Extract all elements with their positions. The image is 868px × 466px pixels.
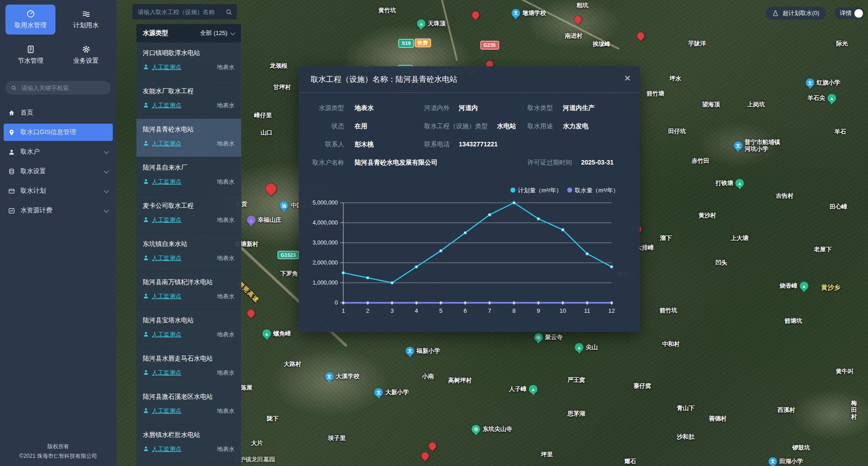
app-water-saving-management[interactable]: 节水管理 — [5, 40, 55, 70]
poi-pin-icon[interactable]: 文 — [806, 79, 814, 87]
monitor-type-link[interactable]: 人工监测点 — [152, 407, 181, 415]
list-item[interactable]: 友能水厂取水工程人工监测点地表水 — [136, 80, 241, 119]
monitor-type-link[interactable]: 人工监测点 — [152, 369, 181, 377]
sidebar-item-gis-info[interactable]: 取水口GIS信息管理 — [4, 124, 113, 141]
station-search-input[interactable] — [137, 8, 223, 16]
poi-pin-icon[interactable]: 文 — [512, 9, 520, 17]
map-pin-red[interactable] — [246, 308, 256, 319]
monitor-type-link[interactable]: 人工监测点 — [152, 216, 181, 224]
map-poi[interactable]: ▲人子嶂 — [509, 385, 537, 393]
station-name: 河口镇唱歌潭水电站 — [143, 49, 235, 57]
map-label: 上大塘 — [731, 235, 748, 241]
list-item[interactable]: 麦卡公司取水工程人工监测点地表水 — [136, 195, 241, 233]
water-source-type: 地表水 — [217, 101, 235, 110]
map-pin-red[interactable] — [572, 14, 583, 25]
detail-field: 取水类型河道内生产 — [527, 104, 595, 112]
app-label: 计划用水 — [73, 21, 99, 30]
svg-text:1,000,000: 1,000,000 — [312, 280, 338, 286]
app-business-settings[interactable]: 业务设置 — [61, 40, 111, 70]
poi-pin-icon[interactable]: 油 — [280, 201, 288, 210]
water-source-type: 地表水 — [217, 63, 235, 71]
map-poi[interactable]: ▲天珠顶 — [417, 20, 446, 28]
close-icon[interactable]: × — [624, 73, 631, 84]
map-label: 思茅湖 — [567, 411, 585, 417]
list-item[interactable]: 陆河县自来水厂人工监测点地表水 — [136, 157, 241, 195]
map-label: 芋陂洋 — [688, 40, 706, 47]
over-plan-intake-button[interactable]: 超计划取水(0) — [766, 7, 826, 20]
map-pin-red[interactable] — [470, 10, 481, 20]
poi-pin-icon[interactable]: ⌂ — [247, 215, 256, 224]
app-water-intake-management[interactable]: 取用水管理 — [5, 5, 55, 35]
sidebar-item-intake-settings[interactable]: 取水设置 — [4, 163, 113, 180]
map-pin-red[interactable] — [420, 450, 431, 461]
poi-pin-icon[interactable]: ▲ — [417, 20, 426, 28]
map-poi[interactable]: ▲尖山 — [575, 343, 597, 351]
map-poi[interactable]: 寺聚云寺 — [534, 333, 563, 342]
poi-pin-icon[interactable]: 文 — [325, 372, 334, 381]
poi-pin-icon[interactable]: 文 — [734, 141, 743, 150]
poi-pin-icon[interactable]: 文 — [374, 388, 383, 397]
filter-dropdown[interactable]: 全部 (125) — [200, 29, 235, 37]
svg-text:5: 5 — [439, 307, 442, 314]
map-poi[interactable]: 文田湖小学 — [768, 457, 803, 466]
poi-pin-icon[interactable]: ▲ — [529, 385, 537, 393]
list-item[interactable]: 水唇镇水栏肚水电站人工监测点地表水 — [136, 424, 241, 462]
app-planned-water-use[interactable]: 计划用水 — [61, 5, 111, 35]
list-item[interactable]: 陆河县激石溪老区水电站人工监测点地表水 — [136, 386, 241, 424]
map-label: 青山下 — [677, 405, 695, 411]
map-poi[interactable]: 文红旗小学 — [806, 79, 840, 87]
poi-pin-icon[interactable]: 文 — [768, 457, 777, 466]
monitor-type-link[interactable]: 人工监测点 — [152, 292, 181, 301]
poi-pin-icon[interactable]: ▲ — [735, 179, 744, 187]
poi-pin-icon[interactable]: 寺 — [534, 333, 543, 342]
sidebar-search-input[interactable] — [20, 84, 105, 92]
map-poi[interactable]: ⌂幸福山庄 — [247, 215, 281, 224]
map-poi[interactable]: 文普宁市船埔镇 河坑小学 — [734, 139, 780, 153]
poi-pin-icon[interactable]: ▲ — [800, 282, 808, 291]
sidebar-item-home[interactable]: 首页 — [4, 104, 113, 121]
monitor-type-link[interactable]: 人工监测点 — [152, 63, 181, 71]
map-pin-red[interactable] — [635, 30, 646, 41]
sidebar-item-intake-plan[interactable]: 取水计划 — [4, 182, 113, 200]
list-item[interactable]: 陆河县水唇走马石水电站人工监测点地表水 — [136, 348, 241, 386]
list-item[interactable]: 陆河县宝塔水电站人工监测点地表水 — [136, 310, 241, 348]
poi-pin-icon[interactable]: 寺 — [472, 425, 480, 434]
toggle-knob[interactable] — [854, 9, 863, 18]
map-label: 羊石 — [834, 129, 846, 135]
list-item[interactable]: 河口镇唱歌潭水电站人工监测点地表水 — [136, 42, 241, 80]
map-poi[interactable]: ▲羊石尖 — [808, 94, 836, 103]
map-poi[interactable]: 文大溪学校 — [325, 372, 360, 381]
monitor-type-link[interactable]: 人工监测点 — [152, 254, 181, 262]
detail-field: 取水用途水力发电 — [527, 122, 588, 130]
map-poi[interactable]: 寺东坑尖山寺 — [472, 425, 512, 434]
poi-pin-icon[interactable]: ▲ — [262, 329, 271, 338]
sidebar-item-water-users[interactable]: 取水户 — [4, 143, 113, 160]
map-poi[interactable]: ▲烧香嶂 — [780, 282, 808, 291]
monitor-type-link[interactable]: 人工监测点 — [152, 140, 181, 148]
map-poi[interactable]: ▲螺角嶂 — [262, 329, 291, 338]
svg-text:6: 6 — [464, 307, 467, 314]
list-item[interactable]: 陆河县南万镇杞洋水电站人工监测点地表水 — [136, 271, 241, 310]
person-icon — [143, 446, 149, 453]
monitor-type-link[interactable]: 人工监测点 — [152, 101, 181, 110]
poi-label: 天珠顶 — [428, 20, 446, 27]
list-item[interactable]: 陆河县青砼水电站人工监测点地表水 — [136, 119, 241, 157]
map-label: 粗坑 — [577, 2, 588, 9]
list-item[interactable]: 东坑镇自来水站人工监测点地表水 — [136, 233, 241, 271]
search-icon[interactable] — [226, 9, 232, 15]
poi-pin-icon[interactable]: 文 — [406, 346, 414, 355]
sidebar-item-water-billing[interactable]: 水资源计费 — [4, 202, 113, 219]
monitor-type-link[interactable]: 人工监测点 — [152, 445, 181, 453]
map-pin-red[interactable] — [427, 441, 438, 451]
detail-toggle[interactable]: 详情 — [835, 7, 865, 19]
poi-label: 大溪学校 — [336, 373, 360, 380]
monitor-type-link[interactable]: 人工监测点 — [152, 178, 181, 186]
map-poi[interactable]: ▲打铁塘 — [715, 179, 744, 187]
monitor-type-link[interactable]: 人工监测点 — [152, 331, 181, 339]
map-pin-red[interactable] — [263, 181, 279, 196]
map-poi[interactable]: 文福新小学 — [406, 346, 440, 355]
poi-pin-icon[interactable]: ▲ — [575, 343, 583, 351]
map-poi[interactable]: 文大新小学 — [374, 388, 409, 397]
poi-pin-icon[interactable]: ▲ — [828, 94, 836, 103]
map-poi[interactable]: 文墩塘学校 — [512, 9, 546, 17]
